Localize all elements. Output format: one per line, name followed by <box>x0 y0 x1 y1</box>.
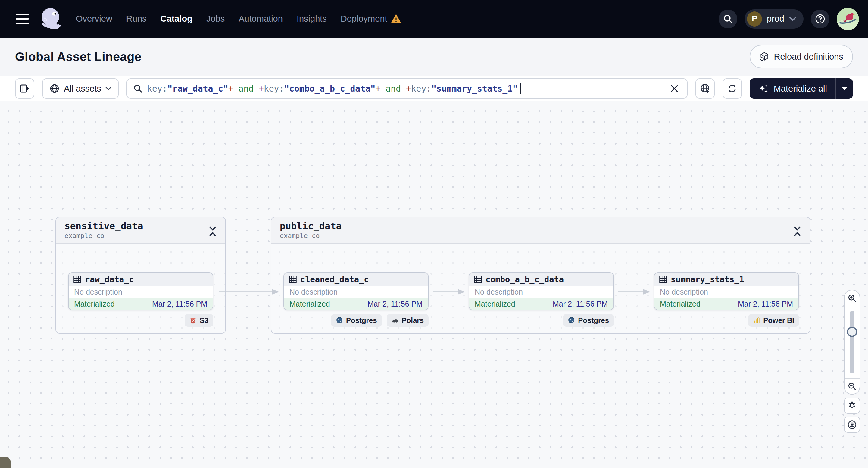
asset-search-input[interactable]: key:"raw_data_c"+ and +key:"combo_a_b_c_… <box>126 78 688 99</box>
asset-node-header: combo_a_b_c_data <box>469 273 613 286</box>
dagster-logo[interactable] <box>38 5 64 33</box>
table-icon <box>289 276 297 283</box>
nav-item-deployment[interactable]: Deployment <box>341 14 401 24</box>
view-scope-button[interactable] <box>695 78 715 99</box>
materialization-timestamp[interactable]: Mar 2, 11:56 PM <box>738 300 793 308</box>
asset-description: No description <box>469 286 613 298</box>
asset-status-row: Materialized Mar 2, 11:56 PM <box>654 298 799 310</box>
asset-name: raw_data_c <box>85 275 134 284</box>
refresh-icon <box>727 83 738 94</box>
tag-label: Power BI <box>763 316 794 325</box>
table-icon <box>474 276 482 283</box>
status-badge: Materialized <box>289 300 330 308</box>
tag-polars[interactable]: Polars <box>387 314 429 327</box>
tag-label: Polars <box>402 316 424 325</box>
nav-item-deployment-label: Deployment <box>341 14 387 24</box>
group-location: example_co <box>280 232 801 240</box>
asset-node-raw-data-c[interactable]: raw_data_c No description Materialized M… <box>68 272 213 310</box>
reload-definitions-icon <box>759 52 770 62</box>
export-button[interactable] <box>844 416 860 433</box>
chevron-down-icon <box>789 17 796 21</box>
asset-description: No description <box>654 286 799 298</box>
asset-name: combo_a_b_c_data <box>486 275 564 284</box>
reload-definitions-label: Reload definitions <box>774 52 843 62</box>
materialize-options-button[interactable] <box>836 78 853 99</box>
zoom-in-button[interactable] <box>844 290 860 306</box>
asset-status-row: Materialized Mar 2, 11:56 PM <box>469 298 613 310</box>
collapse-icon <box>793 226 802 237</box>
group-location: example_co <box>64 232 217 240</box>
asset-tags: Postgres <box>469 314 614 327</box>
asset-node-cleaned-data-c[interactable]: cleaned_data_c No description Materializ… <box>283 272 429 310</box>
nav-item-overview[interactable]: Overview <box>76 14 112 24</box>
search-icon <box>723 14 733 24</box>
download-icon <box>847 420 857 430</box>
zoom-slider-track[interactable] <box>850 311 854 373</box>
sparkles-icon <box>758 83 769 94</box>
chevron-down-icon <box>105 87 112 91</box>
nav-item-insights[interactable]: Insights <box>297 14 327 24</box>
nav-item-runs[interactable]: Runs <box>126 14 147 24</box>
warning-icon <box>391 14 401 24</box>
text-cursor <box>520 83 521 94</box>
env-name: prod <box>767 14 784 24</box>
group-header: sensitive_data example_co <box>56 217 225 244</box>
zoom-out-icon <box>847 382 857 391</box>
asset-node-summary-stats-1[interactable]: summary_stats_1 No description Materiali… <box>654 272 799 310</box>
zoom-controls <box>844 290 860 395</box>
group-name: public_data <box>280 220 801 231</box>
tag-postgres[interactable]: Postgres <box>331 314 382 327</box>
deployment-switcher[interactable]: P prod <box>745 9 804 29</box>
page-title: Global Asset Lineage <box>15 50 141 64</box>
reload-definitions-button[interactable]: Reload definitions <box>750 45 853 68</box>
nav-item-automation[interactable]: Automation <box>239 14 283 24</box>
refresh-button[interactable] <box>722 78 742 99</box>
page-header: Global Asset Lineage Reload definitions <box>0 38 868 76</box>
close-icon <box>670 84 679 93</box>
collapse-icon <box>208 226 217 237</box>
globe-add-icon <box>700 83 711 94</box>
tag-power-bi[interactable]: Power BI <box>748 314 799 327</box>
group-header: public_data example_co <box>271 217 810 244</box>
toggle-sidebar-button[interactable] <box>15 78 34 99</box>
collapse-group-button[interactable] <box>207 225 218 237</box>
graph-settings-button[interactable] <box>844 398 860 414</box>
collapse-group-button[interactable] <box>792 225 803 237</box>
lineage-toolbar: All assets key:"raw_data_c"+ and +key:"c… <box>0 76 868 101</box>
asset-scope-selector[interactable]: All assets <box>42 78 119 99</box>
materialization-timestamp[interactable]: Mar 2, 11:56 PM <box>152 300 207 308</box>
menu-icon[interactable] <box>16 14 29 24</box>
asset-status-row: Materialized Mar 2, 11:56 PM <box>69 298 213 310</box>
clear-search-button[interactable] <box>668 82 681 95</box>
zoom-out-button[interactable] <box>844 378 860 394</box>
nav-item-catalog[interactable]: Catalog <box>160 14 192 24</box>
asset-node-header: summary_stats_1 <box>654 273 799 286</box>
materialize-all-label: Materialize all <box>774 84 827 94</box>
materialize-all-button[interactable]: Materialize all <box>750 78 835 99</box>
tag-label: S3 <box>200 316 209 325</box>
nav-right-cluster: P prod <box>719 8 859 30</box>
zoom-in-icon <box>847 293 857 303</box>
materialization-timestamp[interactable]: Mar 2, 11:56 PM <box>553 300 608 308</box>
zoom-slider-thumb[interactable] <box>847 327 857 337</box>
nav-item-jobs[interactable]: Jobs <box>206 14 225 24</box>
lineage-canvas[interactable]: sensitive_data example_co public_data ex… <box>0 101 868 468</box>
zoom-slider[interactable] <box>844 306 860 378</box>
tag-postgres[interactable]: Postgres <box>563 314 614 327</box>
asset-status-row: Materialized Mar 2, 11:56 PM <box>284 298 428 310</box>
status-badge: Materialized <box>660 300 701 308</box>
table-icon <box>73 276 81 283</box>
asset-description: No description <box>69 286 213 298</box>
asset-node-header: raw_data_c <box>69 273 213 286</box>
user-avatar[interactable] <box>837 8 859 30</box>
table-icon <box>659 276 667 283</box>
search-button[interactable] <box>719 10 737 28</box>
search-query: key:"raw_data_c"+ and +key:"combo_a_b_c_… <box>147 84 518 94</box>
tag-s3[interactable]: S3 <box>185 314 213 327</box>
asset-node-combo-a-b-c-data[interactable]: combo_a_b_c_data No description Material… <box>469 272 614 310</box>
power-bi-icon <box>753 317 760 324</box>
help-button[interactable] <box>811 10 830 28</box>
materialize-all-split-button: Materialize all <box>750 78 853 99</box>
materialization-timestamp[interactable]: Mar 2, 11:56 PM <box>367 300 423 308</box>
asset-name: summary_stats_1 <box>671 275 744 284</box>
